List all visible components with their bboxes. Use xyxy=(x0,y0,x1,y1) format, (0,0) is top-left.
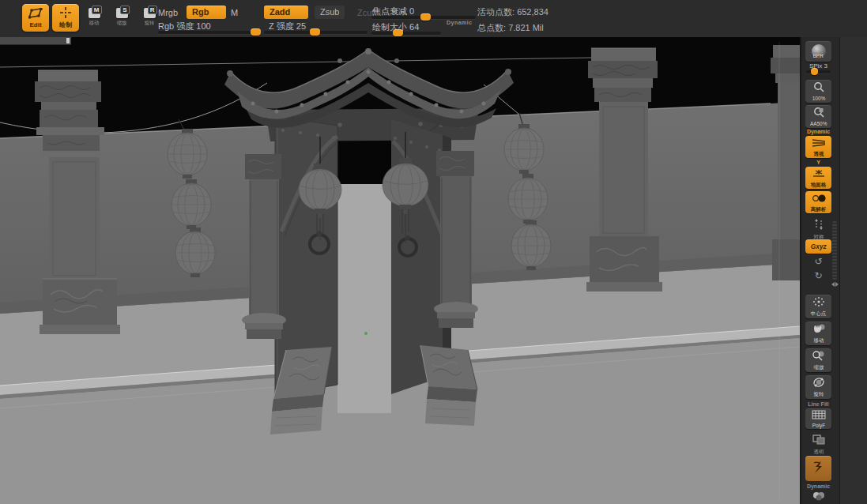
tool-palette-clipped: P 子几降SDi删冻结重柔划分动边折ShaClaDyZR修改位置大小网 ArNa… xyxy=(839,37,867,504)
polyframe-grid-icon xyxy=(812,408,826,423)
actual-size-button[interactable]: 100% xyxy=(805,80,831,103)
linefill-tag: Line Fill xyxy=(805,401,831,407)
active-points-stat: 活动点数: 652,834 xyxy=(477,6,548,18)
move-camera-button[interactable]: 移动 xyxy=(805,322,831,345)
move-gyro-button[interactable]: M 移动 xyxy=(82,8,106,33)
focal-shift-value: 0 xyxy=(409,6,414,16)
tray-collapse-left-icon[interactable] xyxy=(831,282,835,287)
zbrush-window: Edit 绘制 M 移动 S 缩放 R 旋转 Mrgb Rgb M Rgb 强度… xyxy=(0,0,867,504)
focal-shift-slider-handle[interactable] xyxy=(420,13,431,21)
rgb-intensity-slider-handle[interactable] xyxy=(251,28,261,36)
zoom-magnifier-icon xyxy=(812,350,826,364)
dark-glyph-icon xyxy=(811,459,827,478)
left-tray-edge[interactable] xyxy=(0,37,71,45)
dynamic-solo-tag: Dynamic xyxy=(805,483,831,489)
floor-axis-tag: Y xyxy=(805,160,831,165)
magnifier-icon xyxy=(812,81,825,96)
floor-button[interactable]: 地面格 xyxy=(805,167,831,189)
mrgb-button[interactable]: Mrgb xyxy=(158,8,178,17)
tray-collapse-right-icon[interactable] xyxy=(835,282,839,287)
edit-polygon-icon xyxy=(28,8,43,21)
zadd-button[interactable]: Zadd xyxy=(264,6,308,19)
transp-toggle[interactable]: 透明 xyxy=(805,434,831,456)
draw-button-label: 绘制 xyxy=(59,21,72,29)
symmetry-arrows-icon xyxy=(812,219,826,233)
draw-size-value: 64 xyxy=(409,22,419,32)
overlap-squares-icon xyxy=(812,434,826,448)
rotate3d-button[interactable]: 旋转 xyxy=(805,375,831,399)
rgb-button[interactable]: Rgb xyxy=(187,6,226,19)
local-pivot-button[interactable]: 中心点 xyxy=(805,295,831,318)
gate-doorway xyxy=(337,116,391,413)
focal-shift-slider[interactable] xyxy=(371,16,476,19)
scene-svg xyxy=(0,37,800,504)
edit-button-label: Edit xyxy=(29,21,41,28)
polyframe-button[interactable]: PolyF xyxy=(805,408,831,429)
spix-slider-handle[interactable] xyxy=(811,68,818,75)
zsub-button[interactable]: Zsub xyxy=(315,6,345,19)
z-intensity-value: 25 xyxy=(296,21,306,31)
symmetry-toggle[interactable]: 对称 xyxy=(805,219,831,241)
hd-sphere-button[interactable]: 高解析 xyxy=(805,191,831,213)
left-tray-tick xyxy=(66,38,70,43)
bpr-button[interactable]: BPR xyxy=(805,41,831,62)
rotate-gyro-icon: R xyxy=(144,8,156,18)
z-intensity-slider-handle[interactable] xyxy=(310,28,320,36)
viewport-canvas[interactable] xyxy=(0,37,800,504)
hand-icon xyxy=(812,323,826,337)
rgb-intensity-slider[interactable] xyxy=(158,31,261,34)
edit-button[interactable]: Edit xyxy=(22,4,49,32)
pivot-marker xyxy=(364,332,368,335)
floor-grid-icon xyxy=(812,167,826,182)
aahalf-button[interactable]: AA50% xyxy=(805,105,831,128)
rgb-intensity-value: 100 xyxy=(196,21,210,31)
perspective-lines-icon xyxy=(812,137,826,151)
rotate-sphere-icon xyxy=(812,377,826,391)
zoom3d-button[interactable]: 缩放 xyxy=(805,348,831,372)
scale-gyro-button[interactable]: S 缩放 xyxy=(110,8,134,33)
active-material-button[interactable] xyxy=(805,456,831,481)
scale-gyro-icon: S xyxy=(116,8,128,18)
draw-size-slider[interactable] xyxy=(371,32,441,35)
gxyz-button[interactable]: Gxyz xyxy=(805,239,831,254)
dynamic-persp-tag: Dynamic xyxy=(805,129,831,134)
tray-scroll-handle[interactable] xyxy=(832,221,837,280)
rotate-cw-icon[interactable]: ↻ xyxy=(805,271,831,281)
solo-toggle[interactable]: 独立 xyxy=(805,490,831,504)
spix-label: SPix 3 xyxy=(805,62,831,70)
magnifier-half-icon xyxy=(812,107,825,121)
sphere-pair-icon xyxy=(811,192,827,206)
pivot-dots-icon xyxy=(812,296,826,310)
dynamic-mode-label[interactable]: Dynamic xyxy=(447,20,473,25)
draw-button[interactable]: 绘制 xyxy=(52,4,79,32)
right-ramp xyxy=(420,345,477,426)
m-button[interactable]: M xyxy=(231,8,238,17)
spix-slider[interactable] xyxy=(806,70,831,73)
rotate-ccw-icon[interactable]: ↺ xyxy=(805,257,831,267)
right-tray: BPR SPix 3 100% AA50% Dynamic 透视 Y 地面格 xyxy=(800,37,867,504)
total-points-stat: 总点数: 7.821 Mil xyxy=(477,22,544,34)
spheres-cluster-icon xyxy=(811,490,827,504)
z-intensity-slider[interactable] xyxy=(264,31,368,34)
top-shelf: Edit 绘制 M 移动 S 缩放 R 旋转 Mrgb Rgb M Rgb 强度… xyxy=(0,0,867,38)
move-gyro-icon: M xyxy=(89,8,100,18)
draw-crosshair-icon xyxy=(58,7,73,20)
draw-size-slider-handle[interactable] xyxy=(393,29,403,36)
persp-button[interactable]: 透视 xyxy=(805,136,831,158)
